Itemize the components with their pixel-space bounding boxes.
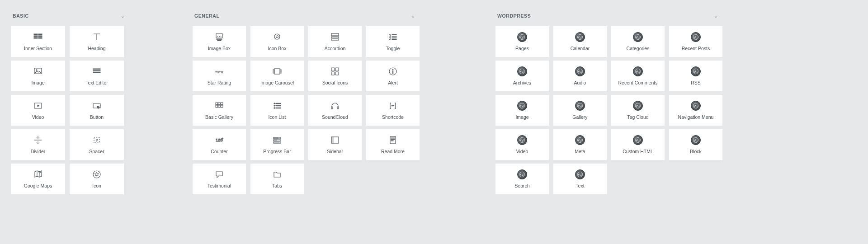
widget-navigation-menu[interactable]: Navigation Menu	[669, 95, 722, 126]
widget-image[interactable]: Image	[495, 95, 549, 126]
widget-icon-box[interactable]: Icon Box	[250, 26, 304, 57]
wp-icon	[633, 66, 643, 77]
widget-counter[interactable]: Counter	[193, 129, 246, 160]
widget-label: Text Editor	[84, 80, 110, 86]
widget-label: Icon	[90, 183, 103, 189]
widget-label: Image Carousel	[259, 80, 296, 86]
widget-search[interactable]: Search	[495, 164, 549, 194]
widget-label: Shortcode	[380, 115, 406, 120]
wp-icon	[517, 66, 527, 77]
widget-sidebar[interactable]: Sidebar	[308, 129, 362, 160]
wordpress-icon	[691, 135, 701, 145]
section-wordpress-title: WORDPRESS	[497, 13, 531, 19]
read-more-icon	[388, 135, 398, 145]
widget-label: Inner Section	[22, 46, 54, 52]
widget-basic-gallery[interactable]: Basic Gallery	[193, 95, 246, 126]
wp-icon	[691, 32, 701, 42]
widget-heading[interactable]: Heading	[70, 26, 124, 57]
widget-label: Search	[513, 183, 531, 189]
widget-toggle[interactable]: Toggle	[366, 26, 420, 57]
widget-label: Spacer	[87, 149, 106, 155]
widget-label: Tag Cloud	[625, 115, 650, 120]
widget-label: Tabs	[270, 183, 284, 189]
widget-label: Calendar	[569, 46, 592, 52]
widget-social-icons[interactable]: Social Icons	[308, 61, 362, 91]
widget-spacer[interactable]: Spacer	[70, 129, 124, 160]
widget-categories[interactable]: Categories	[611, 26, 665, 57]
widget-image-carousel[interactable]: Image Carousel	[250, 61, 304, 91]
section-basic-title: BASIC	[13, 13, 29, 19]
widget-label: Testimonial	[206, 183, 233, 189]
widget-star-rating[interactable]: Star Rating	[193, 61, 246, 91]
widget-label: Progress Bar	[261, 149, 292, 155]
widget-recent-comments[interactable]: Recent Comments	[611, 61, 665, 91]
widget-progress-bar[interactable]: Progress Bar	[250, 129, 304, 160]
widget-text-editor[interactable]: Text Editor	[70, 61, 124, 91]
section-basic-grid: Inner SectionHeadingImageText EditorVide…	[11, 26, 127, 194]
widget-soundcloud[interactable]: SoundCloud	[308, 95, 362, 126]
wp-icon	[575, 169, 585, 180]
widget-label: Gallery	[571, 115, 589, 120]
widget-custom-html[interactable]: Custom HTML	[611, 129, 665, 160]
section-general-title: GENERAL	[194, 13, 220, 19]
widget-shortcode[interactable]: Shortcode	[366, 95, 420, 126]
widget-accordion[interactable]: Accordion	[308, 26, 362, 57]
wp-icon	[517, 135, 527, 145]
wp-icon	[575, 66, 585, 77]
section-wordpress-grid: PagesCalendarCategoriesRecent PostsArchi…	[495, 26, 721, 194]
wordpress-icon	[633, 135, 643, 145]
widget-meta[interactable]: Meta	[553, 129, 607, 160]
widget-label: Social Icons	[321, 80, 350, 86]
brackets-icon	[388, 100, 398, 111]
wp-icon	[691, 100, 701, 111]
heading-icon	[92, 32, 102, 42]
map-icon	[33, 169, 43, 180]
widget-icon[interactable]: Icon	[70, 164, 124, 194]
widget-recent-posts[interactable]: Recent Posts	[669, 26, 722, 57]
widget-calendar[interactable]: Calendar	[553, 26, 607, 57]
spacer-icon	[92, 135, 102, 145]
widget-label: Alert	[386, 80, 400, 86]
widget-tag-cloud[interactable]: Tag Cloud	[611, 95, 665, 126]
widget-alert[interactable]: Alert	[366, 61, 420, 91]
widget-label: Divider	[29, 149, 47, 155]
widget-image[interactable]: Image	[11, 61, 65, 91]
widget-icon-list[interactable]: Icon List	[250, 95, 304, 126]
widget-block[interactable]: Block	[669, 129, 722, 160]
wordpress-icon	[517, 101, 527, 111]
wp-icon	[575, 32, 585, 42]
widget-audio[interactable]: Audio	[553, 61, 607, 91]
widget-image-box[interactable]: Image Box	[193, 26, 246, 57]
section-general-header[interactable]: GENERAL ⌄	[193, 9, 418, 23]
widget-text[interactable]: Text	[553, 164, 607, 194]
widget-pages[interactable]: Pages	[495, 26, 549, 57]
section-wordpress-header[interactable]: WORDPRESS ⌄	[495, 9, 721, 23]
widget-read-more[interactable]: Read More	[366, 129, 420, 160]
widget-label: Icon List	[266, 115, 288, 120]
wp-icon	[517, 169, 527, 180]
widget-divider[interactable]: Divider	[11, 129, 65, 160]
button-icon	[92, 100, 102, 111]
wordpress-icon	[517, 32, 527, 42]
widget-label: Pages	[514, 46, 531, 52]
widget-testimonial[interactable]: Testimonial	[193, 164, 246, 194]
widget-gallery[interactable]: Gallery	[553, 95, 607, 126]
widget-tabs[interactable]: Tabs	[250, 164, 304, 194]
widget-button[interactable]: Button	[70, 95, 124, 126]
section-basic-header[interactable]: BASIC ⌄	[11, 9, 127, 23]
widget-label: Categories	[625, 46, 651, 52]
widget-archives[interactable]: Archives	[495, 61, 549, 91]
chevron-down-icon: ⌄	[714, 14, 718, 19]
text-lines-icon	[92, 66, 102, 77]
widget-video[interactable]: Video	[495, 129, 549, 160]
icon-list-icon	[272, 100, 282, 111]
section-general-grid: Image BoxIcon BoxAccordionToggleStar Rat…	[193, 26, 418, 194]
wp-icon	[633, 100, 643, 111]
widget-label: Toggle	[384, 46, 402, 52]
widget-inner-section[interactable]: Inner Section	[11, 26, 65, 57]
widget-rss[interactable]: RSS	[669, 61, 722, 91]
widget-label: Star Rating	[206, 80, 233, 86]
wordpress-icon	[517, 169, 527, 179]
widget-video[interactable]: Video	[11, 95, 65, 126]
widget-google-maps[interactable]: Google Maps	[11, 164, 65, 194]
